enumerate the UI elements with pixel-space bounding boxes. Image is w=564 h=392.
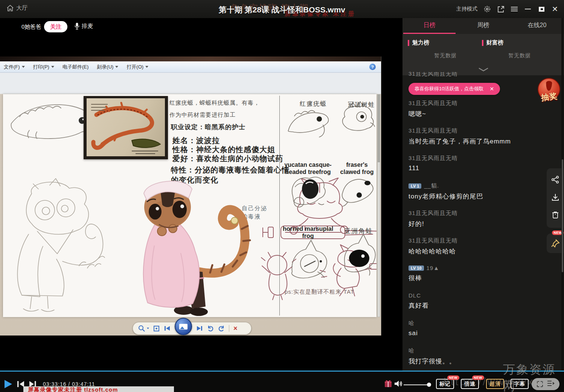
menu-icon[interactable] (511, 5, 518, 13)
chat-tabs: 日榜 周榜 在线20 (402, 17, 564, 34)
help-icon[interactable]: ? (369, 64, 376, 70)
fullscreen-pill (532, 378, 559, 390)
chat-username: DLC (409, 292, 556, 299)
chat-message: 哈 sai (409, 320, 556, 337)
viewer-menubar: 文件(F) 打印(P) 电子邮件(E) 刻录(U) 打开(O) ? (0, 61, 381, 73)
viewer-scrollbar[interactable] (377, 94, 380, 317)
lottery-button[interactable]: 抽奖 (536, 77, 562, 106)
menu-burn[interactable]: 刻录(U) (97, 64, 118, 70)
wealth-rank-empty: 暂无数据 (482, 52, 557, 59)
previous-image-button[interactable] (164, 325, 171, 331)
pin-icon (551, 239, 560, 248)
chat-username: 31且无风雨且无晴 (409, 155, 556, 162)
viewer-toolbar: × (133, 322, 252, 335)
close-button[interactable]: ✕ (551, 5, 559, 13)
charm-rank-title: 魅力榜 (412, 39, 429, 46)
speed-new-badge: NEW (472, 375, 485, 380)
nurse-character-art (124, 178, 254, 317)
lobby-button[interactable]: 大厅 (7, 5, 27, 12)
chat-username: __貓. (424, 182, 439, 189)
profile-name: 姓名：波波拉 (172, 136, 220, 146)
level-badge: LV 1 (409, 183, 421, 189)
zoom-icon[interactable] (138, 325, 145, 332)
mic-queue-label: 排麦 (82, 23, 93, 30)
video-progress-bar[interactable] (0, 371, 564, 372)
chat-username: 31且无风雨且无晴 (409, 127, 556, 134)
activity-banner-text: 恭喜你获得10活跃值，点击领取 (415, 85, 483, 92)
speed-button[interactable]: 倍速 NEW (461, 379, 479, 389)
tab-daily-rank[interactable]: 日榜 (402, 17, 456, 34)
tab-weekly-rank[interactable]: 周榜 (456, 17, 510, 34)
title-bar: 大厅 角色实战班 第十期 第十期 第28课 战斗怪和BOSS.wmv 屏幕录像专… (0, 0, 564, 18)
chat-message: 31且无风雨且无晴 111 (409, 155, 556, 172)
activity-banner[interactable]: 恭喜你获得10活跃值，点击领取 ✕ (409, 83, 500, 95)
volume-slider-handle[interactable] (427, 383, 431, 387)
chat-text: sai (409, 329, 556, 337)
role-setting: 职业设定：暗黑系的护士 (171, 123, 245, 131)
lineart-character-sketch (5, 178, 118, 314)
home-icon (7, 5, 14, 11)
chat-message: LV 1__貓. tony老师精心修剪的尾巴 (409, 182, 556, 201)
menu-open[interactable]: 打开(O) (127, 64, 148, 70)
accent-bar (408, 40, 409, 46)
artwork-canvas: 红瘰疣螈，蝾螈科疣螈属。有毒， 作为中药材需要进行加工 职业设定：暗黑系的护士 … (3, 94, 377, 317)
species-desc-line1: 红瘰疣螈，蝾螈科疣螈属。有毒， (169, 99, 260, 107)
playlist-icon[interactable] (547, 380, 555, 388)
follow-button[interactable]: 关注 (44, 21, 67, 32)
gift-icon[interactable] (384, 380, 392, 389)
zoom-caret-icon[interactable] (147, 328, 149, 329)
popout-icon[interactable] (497, 5, 505, 13)
volume-slider[interactable] (404, 384, 428, 385)
wealth-rank-section: 财富榜 暂无数据 (482, 39, 557, 59)
tab-online[interactable]: 在线20 (510, 17, 564, 34)
chat-text: 111 (409, 165, 556, 172)
chat-message: 哈 我打字很慢。。 (409, 347, 556, 366)
chat-message: 31且无风雨且无晴 当时先画了兔子，再画了鸟emmm (409, 127, 556, 146)
mic-icon (75, 23, 79, 30)
chat-text: 嗯嗯~ (409, 110, 556, 118)
rotate-cw-icon[interactable] (218, 325, 225, 332)
slideshow-button[interactable] (175, 318, 192, 335)
menu-file[interactable]: 文件(F) (4, 64, 25, 70)
subtitle-button[interactable]: 字幕 (511, 379, 529, 389)
chat-text: 我打字很慢。。 (409, 357, 556, 366)
label-yucatan: yucatan casque-headed treefrog (284, 161, 332, 175)
banner-close-icon[interactable]: ✕ (489, 86, 494, 92)
download-icon[interactable] (551, 193, 559, 203)
restore-button[interactable] (538, 5, 545, 13)
viewer-titlebar (0, 56, 381, 61)
share-icon[interactable] (551, 175, 559, 185)
minimize-button[interactable] (524, 5, 532, 13)
label-horned-marsupial: horned marsupial frog (282, 225, 334, 239)
settings-icon[interactable] (483, 5, 491, 13)
chat-username: 31且无风雨且无晴 (409, 210, 556, 217)
profile-hobby: 爱好：喜欢给生病的小动物试药 (172, 154, 283, 164)
chat-message: 31且无风雨且无晴 哈哈哈哈哈哈哈 (409, 237, 556, 256)
viewer-content: 红瘰疣螈，蝾螈科疣螈属。有毒， 作为中药材需要进行加工 职业设定：暗黑系的护士 … (0, 73, 381, 336)
chat-text: 哈哈哈哈哈哈哈 (409, 247, 556, 256)
mark-button[interactable]: 标记 NEW (436, 379, 454, 389)
app-window: 大厅 角色实战班 第十期 第十期 第28课 战斗怪和BOSS.wmv 屏幕录像专… (0, 0, 564, 392)
actual-size-icon[interactable] (153, 325, 160, 332)
quality-button[interactable]: 超清 (486, 379, 504, 389)
delete-image-button[interactable]: × (233, 325, 238, 332)
chat-text: tony老师精心修剪的尾巴 (409, 192, 556, 201)
trash-icon[interactable] (552, 211, 559, 221)
recorder-watermark-strip: 屏幕录像专家未注册 tlzsoft.com (23, 386, 174, 392)
level-badge: LV 10 (409, 265, 424, 271)
chevron-down-icon (115, 66, 118, 68)
play-button[interactable] (4, 379, 13, 390)
rotate-ccw-icon[interactable] (207, 325, 214, 332)
next-image-button[interactable] (196, 325, 203, 331)
menu-email[interactable]: 电子邮件(E) (62, 64, 88, 70)
chevron-down-icon (51, 66, 54, 68)
chat-scrollbar[interactable] (561, 18, 564, 377)
fullscreen-icon[interactable] (537, 381, 543, 387)
volume-icon[interactable] (394, 380, 403, 389)
chevron-down-icon (22, 66, 25, 68)
column-divider (279, 96, 280, 316)
mic-queue-button[interactable]: 排麦 (75, 23, 93, 30)
menu-print[interactable]: 打印(P) (33, 64, 54, 70)
charm-rank-section: 魅力榜 暂无数据 (408, 39, 483, 59)
collapse-chevron-icon[interactable] (478, 66, 489, 73)
